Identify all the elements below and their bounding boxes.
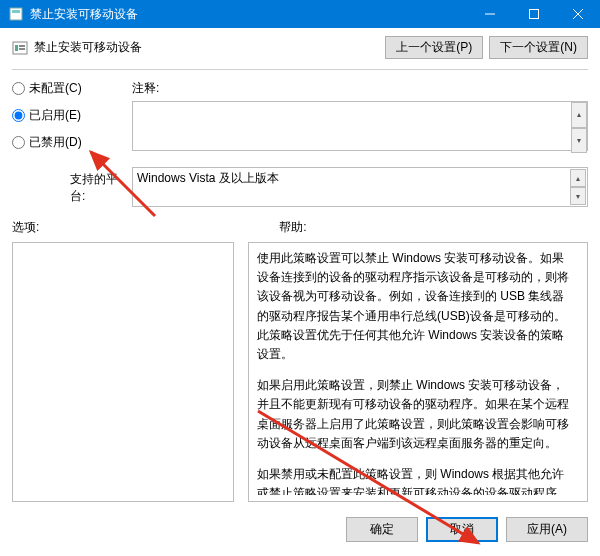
- title-bar: 禁止安装可移动设备: [0, 0, 600, 28]
- note-scrollbar[interactable]: ▴▾: [571, 102, 587, 153]
- help-scroll[interactable]: 使用此策略设置可以禁止 Windows 安装可移动设备。如果设备连接到的设备的驱…: [257, 249, 579, 495]
- radio-unconfigured[interactable]: 未配置(C): [12, 80, 132, 97]
- apply-button[interactable]: 应用(A): [506, 517, 588, 542]
- divider: [12, 69, 588, 70]
- previous-setting-button[interactable]: 上一个设置(P): [385, 36, 483, 59]
- window-title: 禁止安装可移动设备: [30, 6, 468, 23]
- platform-scrollbar[interactable]: ▴▾: [570, 169, 586, 205]
- next-setting-button[interactable]: 下一个设置(N): [489, 36, 588, 59]
- window-icon: [8, 6, 24, 22]
- svg-rect-7: [15, 45, 18, 51]
- svg-rect-1: [12, 10, 20, 13]
- policy-icon: [12, 40, 28, 56]
- help-paragraph: 如果禁用或未配置此策略设置，则 Windows 根据其他允许或禁止策略设置来安装…: [257, 465, 575, 495]
- svg-rect-8: [19, 45, 25, 47]
- cancel-button[interactable]: 取消: [426, 517, 498, 542]
- page-title: 禁止安装可移动设备: [34, 39, 142, 56]
- close-button[interactable]: [556, 0, 600, 28]
- help-paragraph: 如果启用此策略设置，则禁止 Windows 安装可移动设备，并且不能更新现有可移…: [257, 376, 575, 453]
- radio-enabled[interactable]: 已启用(E): [12, 107, 132, 124]
- note-textarea[interactable]: [132, 101, 588, 151]
- svg-rect-9: [19, 48, 25, 50]
- help-label: 帮助:: [279, 219, 306, 236]
- options-label: 选项:: [12, 219, 39, 236]
- help-paragraph: 使用此策略设置可以禁止 Windows 安装可移动设备。如果设备连接到的设备的驱…: [257, 249, 575, 364]
- platform-label: 支持的平台:: [70, 167, 132, 205]
- svg-rect-3: [530, 10, 539, 19]
- maximize-button[interactable]: [512, 0, 556, 28]
- svg-rect-0: [10, 8, 22, 20]
- help-panel: 使用此策略设置可以禁止 Windows 安装可移动设备。如果设备连接到的设备的驱…: [248, 242, 588, 502]
- minimize-button[interactable]: [468, 0, 512, 28]
- note-label: 注释:: [132, 80, 588, 97]
- ok-button[interactable]: 确定: [346, 517, 418, 542]
- platform-box: Windows Vista 及以上版本 ▴▾: [132, 167, 588, 207]
- platform-text: Windows Vista 及以上版本: [137, 171, 279, 185]
- radio-disabled[interactable]: 已禁用(D): [12, 134, 132, 151]
- options-panel: [12, 242, 234, 502]
